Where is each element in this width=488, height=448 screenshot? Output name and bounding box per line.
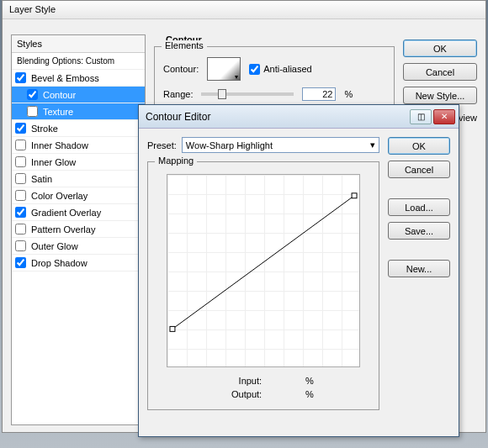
range-input[interactable] [302, 87, 336, 101]
style-label: Contour [43, 90, 76, 100]
svg-rect-2 [352, 193, 357, 198]
elements-group: Elements Contour: ▾ Anti-aliased Range: … [154, 46, 395, 110]
style-checkbox[interactable] [15, 257, 26, 268]
close-icon[interactable]: ✕ [433, 109, 455, 124]
window-titlebar: Layer Style [3, 1, 485, 19]
dlg-new-button[interactable]: New... [388, 260, 450, 277]
cancel-button[interactable]: Cancel [403, 63, 477, 81]
range-slider[interactable] [201, 92, 294, 96]
style-item-satin[interactable]: Satin [12, 171, 145, 187]
dlg-ok-button[interactable]: OK [388, 137, 450, 155]
help-icon[interactable]: ◫ [410, 109, 432, 124]
output-unit: % [305, 389, 314, 399]
new-style-button[interactable]: New Style... [403, 87, 477, 104]
style-checkbox[interactable] [15, 207, 26, 218]
input-unit: % [305, 376, 314, 386]
antialiased-label: Anti-aliased [263, 64, 311, 74]
curve-editor[interactable] [167, 174, 360, 367]
dialog-title: Contour Editor [146, 111, 408, 123]
style-item-color-overlay[interactable]: Color Overlay [12, 187, 145, 204]
range-unit: % [344, 89, 353, 99]
style-item-stroke[interactable]: Stroke [12, 120, 145, 137]
style-checkbox[interactable] [15, 190, 26, 201]
preset-value: Wow-Sharp Highlight [186, 140, 273, 150]
style-item-outer-glow[interactable]: Outer Glow [12, 238, 145, 255]
style-label: Inner Glow [31, 157, 76, 167]
chevron-down-icon[interactable]: ▾ [235, 73, 238, 81]
style-label: Outer Glow [31, 241, 78, 251]
style-checkbox[interactable] [15, 224, 26, 235]
style-item-inner-glow[interactable]: Inner Glow [12, 154, 145, 171]
style-item-drop-shadow[interactable]: Drop Shadow [12, 255, 145, 271]
styles-header[interactable]: Styles [12, 35, 145, 53]
input-label: Input: [213, 376, 262, 386]
style-checkbox[interactable] [15, 123, 26, 134]
style-item-contour[interactable]: Contour [12, 87, 145, 103]
style-label: Color Overlay [31, 191, 88, 201]
preset-combo[interactable]: Wow-Sharp Highlight ▾ [182, 137, 379, 153]
style-checkbox[interactable] [15, 240, 26, 251]
svg-rect-1 [170, 326, 175, 331]
range-label: Range: [163, 89, 193, 99]
style-label: Pattern Overlay [31, 224, 95, 235]
styles-panel: Styles Blending Options: Custom Bevel & … [11, 34, 146, 425]
mapping-group: Mapping Input: % Output: % [147, 161, 379, 410]
antialiased-checkbox[interactable] [249, 64, 260, 75]
style-label: Gradient Overlay [31, 208, 101, 218]
chevron-down-icon: ▾ [370, 140, 375, 150]
style-label: Texture [43, 107, 73, 117]
ok-button[interactable]: OK [403, 40, 477, 57]
style-label: Inner Shadow [31, 140, 88, 150]
slider-thumb[interactable] [218, 89, 226, 99]
style-label: Stroke [31, 124, 58, 134]
window-title: Layer Style [9, 4, 56, 14]
contour-editor-dialog: Contour Editor ◫ ✕ Preset: Wow-Sharp Hig… [138, 104, 459, 437]
style-item-texture[interactable]: Texture [12, 103, 145, 120]
style-label: Satin [31, 174, 52, 184]
style-item-pattern-overlay[interactable]: Pattern Overlay [12, 221, 145, 238]
style-label: Drop Shadow [31, 258, 88, 268]
dlg-cancel-button[interactable]: Cancel [388, 161, 450, 178]
mapping-legend: Mapping [155, 155, 197, 166]
output-label: Output: [213, 389, 262, 399]
blending-options-row[interactable]: Blending Options: Custom [12, 53, 145, 70]
contour-label: Contour: [163, 64, 199, 74]
style-item-gradient-overlay[interactable]: Gradient Overlay [12, 204, 145, 221]
style-item-bevel-emboss[interactable]: Bevel & Emboss [12, 70, 145, 87]
contour-swatch[interactable]: ▾ [207, 57, 241, 81]
dlg-load-button[interactable]: Load... [388, 198, 450, 216]
style-checkbox[interactable] [27, 106, 38, 117]
preset-label: Preset: [147, 140, 177, 150]
style-checkbox[interactable] [27, 89, 38, 100]
style-checkbox[interactable] [15, 140, 26, 150]
dialog-button-column: OK Cancel Load... Save... New... [388, 137, 450, 428]
style-label: Bevel & Emboss [31, 73, 99, 83]
elements-legend: Elements [162, 40, 207, 50]
style-item-inner-shadow[interactable]: Inner Shadow [12, 137, 145, 154]
svg-line-0 [172, 196, 354, 329]
style-checkbox[interactable] [15, 156, 26, 167]
dialog-titlebar[interactable]: Contour Editor ◫ ✕ [139, 105, 459, 129]
dlg-save-button[interactable]: Save... [388, 222, 450, 240]
style-checkbox[interactable] [15, 173, 26, 184]
style-checkbox[interactable] [15, 72, 26, 83]
